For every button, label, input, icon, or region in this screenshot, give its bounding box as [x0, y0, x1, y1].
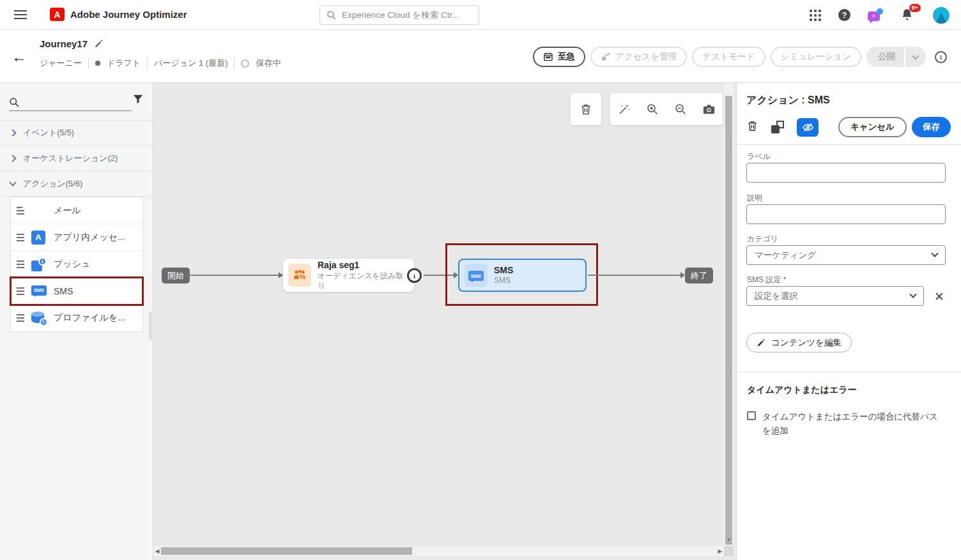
test-mode-button[interactable]: テストモード: [692, 47, 765, 67]
label-field[interactable]: [746, 163, 946, 183]
start-node[interactable]: 開始: [162, 268, 190, 284]
screenshot-button[interactable]: [696, 96, 721, 122]
publish-button[interactable]: 公開: [866, 47, 904, 67]
action-item-in-app[interactable]: A アプリ内メッセ...: [11, 224, 142, 251]
scrollbar-corner: [724, 546, 734, 556]
magic-wand-icon: [618, 103, 631, 116]
edit-title-pencil-icon[interactable]: [94, 39, 104, 49]
action-item-sms[interactable]: SMS SMS: [11, 278, 142, 305]
journey-header: ← Journey17 ジャーニー ドラフト バージョン 1 (最新) 保存中 …: [0, 30, 961, 83]
edit-content-button[interactable]: コンテンツを編集: [746, 333, 852, 352]
zoom-in-icon: [646, 103, 659, 116]
scroll-down-arrow[interactable]: ▼: [724, 535, 734, 545]
help-icon[interactable]: ?: [838, 9, 850, 21]
scroll-left-arrow[interactable]: ◀: [153, 548, 161, 554]
eye-off-icon: [802, 122, 814, 133]
urgent-label: 至急: [558, 51, 575, 63]
adobe-logo-icon[interactable]: A: [50, 8, 65, 21]
urgent-schedule-button[interactable]: 至急: [533, 47, 585, 67]
delete-action-button[interactable]: [746, 119, 758, 135]
simulation-label: シミュレーション: [781, 51, 851, 63]
zoom-in-button[interactable]: [640, 96, 665, 122]
copy-solid-square: [771, 125, 780, 133]
sms-icon: SMS: [468, 271, 484, 281]
timeout-section-heading: タイムアウトまたはエラー: [747, 384, 857, 396]
chevron-right-icon: [9, 129, 16, 136]
trash-icon: [580, 103, 592, 116]
notifications-button[interactable]: 9+: [900, 8, 916, 23]
divider: [737, 372, 961, 372]
manage-access-button[interactable]: アクセスを管理: [590, 47, 687, 67]
zoom-out-button[interactable]: [668, 96, 693, 122]
node-title: Raja seg1: [318, 260, 406, 271]
palette-search-input[interactable]: [25, 98, 114, 108]
app-launcher-icon[interactable]: [810, 10, 821, 21]
publish-dropdown-button[interactable]: [905, 47, 926, 67]
palette-search[interactable]: [9, 92, 132, 111]
drag-handle-icon[interactable]: [17, 287, 24, 295]
arrowhead: [279, 272, 283, 278]
save-button[interactable]: 保存: [912, 117, 951, 137]
simulation-button[interactable]: シミュレーション: [771, 47, 861, 67]
section-label: アクション(5/6): [23, 178, 82, 190]
sidebar-section-actions[interactable]: アクション(5/6): [0, 171, 153, 197]
scroll-right-arrow[interactable]: ▶: [716, 548, 724, 554]
sidebar-section-orchestration[interactable]: オーケストレーション(2): [0, 146, 153, 171]
cancel-button[interactable]: キャンセル: [838, 117, 907, 137]
sidebar-section-events[interactable]: イベント(5/5): [0, 120, 153, 146]
audience-node[interactable]: Raja seg1 オーディエンスを読み取り i: [283, 259, 414, 292]
in-app-message-icon: A: [31, 231, 47, 245]
global-search[interactable]: [319, 5, 479, 25]
version-label: バージョン 1 (最新): [154, 57, 227, 69]
search-icon: [327, 10, 337, 20]
panel-title: アクション : SMS: [746, 94, 830, 107]
status-dot: [95, 61, 100, 66]
chevron-down-icon: [909, 291, 916, 298]
palette-sidebar: イベント(5/5) オーケストレーション(2) アクション(5/6) メール A…: [0, 83, 153, 560]
saving-spinner-icon: [241, 59, 249, 68]
clear-sms-settings-button[interactable]: ✕: [934, 291, 944, 303]
global-search-input[interactable]: [342, 10, 472, 20]
drag-handle-icon[interactable]: [17, 261, 24, 268]
category-field-label: カテゴリ: [747, 234, 778, 245]
canvas-horizontal-scrollbar[interactable]: ◀ ▶: [153, 546, 724, 556]
divider: [737, 144, 961, 145]
canvas-vertical-scrollbar[interactable]: [724, 83, 734, 546]
separator: [88, 57, 89, 69]
feedback-icon[interactable]: ×: [868, 8, 883, 22]
info-icon[interactable]: i: [935, 51, 947, 63]
node-info-icon[interactable]: i: [407, 268, 422, 283]
drag-handle-icon[interactable]: [17, 314, 24, 322]
action-item-update-profile[interactable]: ↻ プロファイルを...: [11, 305, 142, 331]
timeout-checkbox[interactable]: [747, 411, 756, 420]
copy-paste-button[interactable]: [771, 121, 784, 133]
action-item-label: プロファイルを...: [54, 312, 125, 324]
filter-icon[interactable]: [132, 93, 144, 105]
back-button[interactable]: ←: [12, 49, 27, 64]
sms-settings-select[interactable]: 設定を選択: [746, 286, 924, 306]
action-item-push[interactable]: 1 プッシュ: [11, 251, 142, 278]
category-select[interactable]: マーケティング: [746, 245, 946, 265]
pencil-icon: [757, 338, 765, 347]
journey-canvas[interactable]: 開始 Raja seg1 オーディエンスを読み取り i SMS SMS SMS …: [153, 83, 736, 560]
node-subtitle: オーディエンスを読み取り: [318, 271, 406, 291]
avatar[interactable]: [933, 7, 949, 24]
update-profile-icon: ↻: [31, 311, 47, 325]
app-title: Adobe Journey Optimizer: [70, 9, 187, 20]
push-notification-icon: 1: [31, 257, 47, 271]
node-subtitle: SMS: [494, 276, 513, 285]
description-field[interactable]: [746, 204, 946, 224]
sms-tile: SMS: [465, 264, 488, 287]
delete-node-button[interactable]: [573, 96, 599, 122]
drag-handle-icon[interactable]: [17, 234, 24, 241]
sidebar-scrollbar[interactable]: [149, 312, 152, 340]
action-item-email[interactable]: メール: [11, 197, 142, 224]
hide-step-toggle[interactable]: [797, 118, 819, 137]
section-label: イベント(5/5): [23, 127, 74, 139]
saving-status: 保存中: [256, 57, 281, 69]
auto-layout-button[interactable]: [611, 96, 637, 122]
hamburger-menu-icon[interactable]: [14, 10, 27, 19]
chevron-down-icon: [9, 179, 16, 186]
sms-node[interactable]: SMS SMS SMS: [458, 259, 587, 292]
end-node[interactable]: 終了: [685, 268, 713, 284]
